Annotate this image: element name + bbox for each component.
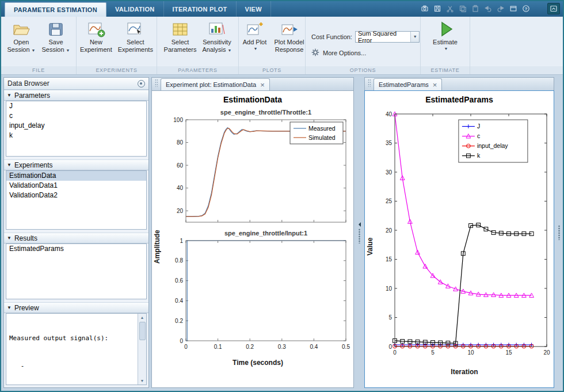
splitter-handle[interactable] [558, 225, 560, 240]
new-experiment-button[interactable]: New Experiment [78, 19, 114, 55]
preview-scrollbar[interactable]: ▲ ▼ [138, 314, 146, 385]
close-icon[interactable]: × [260, 81, 265, 89]
tab-experiment-plot[interactable]: Experiment plot: EstimationData × [161, 78, 270, 90]
undo-icon[interactable] [482, 3, 494, 14]
ribbon-section-options: Cost Function: Sum Squared Error ▼ More … [306, 17, 421, 74]
svg-text:Simulated: Simulated [308, 134, 336, 141]
parameters-list: J c input_delay k [6, 101, 147, 157]
tab-view[interactable]: VIEW [237, 1, 271, 17]
list-item[interactable]: ValidationData1 [6, 181, 146, 191]
svg-text:20: 20 [386, 227, 392, 234]
select-parameters-label-2: Parameters [164, 46, 197, 54]
svg-text:100: 100 [173, 117, 183, 123]
close-icon[interactable]: × [433, 81, 437, 89]
screenshot-icon[interactable] [419, 3, 430, 14]
svg-text:spe_engine_throttle/Input:1: spe_engine_throttle/Input:1 [224, 230, 307, 237]
panel-grip[interactable] [155, 79, 158, 87]
tab-validation[interactable]: VALIDATION [106, 1, 164, 17]
estimated-params-chart: 051015202530354005101520Jcinput_delayk [375, 106, 554, 366]
sensitivity-chart-icon [208, 20, 226, 39]
save-session-label-1: Save [48, 39, 63, 46]
splitter-collapse-arrow-icon[interactable] [356, 222, 361, 227]
svg-text:Measured: Measured [308, 125, 336, 132]
tab-parameter-estimation[interactable]: PARAMETER ESTIMATION [5, 2, 106, 17]
cut-icon[interactable] [444, 3, 456, 14]
select-experiments-label-2: Experiments [118, 46, 153, 54]
svg-text:20: 20 [543, 349, 550, 356]
svg-text:0.6: 0.6 [175, 277, 183, 284]
svg-text:k: k [477, 152, 481, 159]
right-edge-splitter[interactable] [557, 77, 562, 388]
preview-section-header[interactable]: ▼ Preview [4, 302, 148, 313]
list-item[interactable]: ValidationData2 [6, 191, 146, 200]
svg-text:10: 10 [386, 286, 392, 292]
toolstrip-tabs: PARAMETER ESTIMATION VALIDATION ITERATIO… [1, 1, 271, 17]
tab-experiment-plot-label: Experiment plot: EstimationData [166, 81, 256, 88]
tab-iteration-plot[interactable]: ITERATION PLOT [164, 1, 237, 17]
experiments-list: EstimationData ValidationData1 Validatio… [6, 170, 147, 230]
estimate-button[interactable]: Estimate ▼ [429, 19, 462, 52]
window-icon[interactable] [508, 3, 519, 14]
estimated-params-tabbar: EstimatedParams × [364, 77, 554, 90]
sensitivity-analysis-button[interactable]: Sensitivity Analysis▼ [200, 19, 233, 55]
save-icon[interactable] [432, 3, 443, 14]
svg-text:60: 60 [177, 162, 184, 169]
scroll-down-icon[interactable]: ▼ [138, 377, 146, 385]
scroll-up-icon[interactable]: ▲ [138, 314, 146, 321]
list-item[interactable]: k [6, 131, 146, 140]
cost-function-select[interactable]: Sum Squared Error ▼ [355, 31, 420, 43]
list-item[interactable]: EstimationData [6, 171, 146, 181]
parameters-grid-icon [171, 20, 189, 39]
results-list: EstimatedParams [6, 243, 147, 299]
more-options-button[interactable]: More Options... [311, 48, 366, 58]
list-item[interactable]: c [6, 111, 146, 121]
svg-text:40: 40 [177, 185, 184, 191]
list-item[interactable]: J [6, 101, 146, 111]
tab-estimated-params[interactable]: EstimatedParams × [374, 78, 442, 90]
save-session-button[interactable]: Save Session▼ [40, 19, 72, 55]
svg-text:spe_engine_throttle/Throttle:1: spe_engine_throttle/Throttle:1 [220, 109, 311, 116]
collapse-data-browser-button[interactable] [138, 80, 145, 87]
list-item[interactable]: input_delay [6, 121, 146, 131]
time-axis-label: Time (seconds) [233, 357, 283, 367]
list-item[interactable]: EstimatedParams [6, 244, 146, 254]
minimize-ribbon-button[interactable] [547, 3, 560, 14]
svg-text:15: 15 [505, 349, 512, 356]
preview-line: - [9, 361, 138, 371]
panel-grip[interactable] [368, 79, 371, 87]
ribbon-filler [470, 17, 563, 74]
main-area: Data Browser ▼ Parameters J c input_dela… [1, 75, 563, 391]
svg-text:0: 0 [180, 338, 183, 344]
section-label-file: FILE [1, 66, 76, 74]
experiments-section-header[interactable]: ▼ Experiments [4, 159, 148, 170]
splitter-handle[interactable] [359, 229, 360, 243]
ribbon-section-file: Open Session▼ Save Session▼ FILE [1, 17, 77, 74]
scrollbar-thumb[interactable] [139, 322, 146, 340]
results-section-header[interactable]: ▼ Results [4, 233, 148, 243]
experiment-plot-title: EstimationData [152, 92, 353, 106]
select-parameters-button[interactable]: Select Parameters [162, 19, 199, 55]
svg-text:80: 80 [177, 139, 184, 146]
tab-estimated-params-label: EstimatedParams [379, 81, 429, 88]
more-options-label: More Options... [323, 50, 366, 56]
select-experiments-button[interactable]: Select Experiments [116, 19, 155, 55]
dropdown-caret-icon: ▼ [227, 48, 231, 52]
help-icon[interactable]: ? [520, 3, 532, 14]
svg-text:5: 5 [431, 349, 435, 356]
section-label-options: OPTIONS [306, 66, 420, 74]
plot-model-response-button[interactable]: Plot Model Response [273, 19, 306, 55]
panel-splitter[interactable] [356, 77, 362, 388]
new-experiment-label-2: Experiment [80, 46, 112, 54]
copy-icon[interactable] [457, 3, 468, 14]
input-chart: spe_engine_throttle/Input:100.20.40.60.8… [163, 227, 353, 357]
paste-icon[interactable] [470, 3, 481, 14]
preview-section-title: Preview [14, 304, 39, 312]
open-session-button[interactable]: Open Session▼ [5, 19, 37, 55]
new-experiment-icon [87, 20, 105, 39]
parameters-section-header[interactable]: ▼ Parameters [4, 90, 148, 101]
svg-text:5: 5 [388, 314, 392, 321]
select-parameters-label-1: Select [172, 39, 189, 46]
open-session-label-2: Session▼ [7, 46, 35, 54]
redo-icon[interactable] [495, 3, 506, 14]
add-plot-button[interactable]: Add Plot ▼ [239, 19, 271, 52]
